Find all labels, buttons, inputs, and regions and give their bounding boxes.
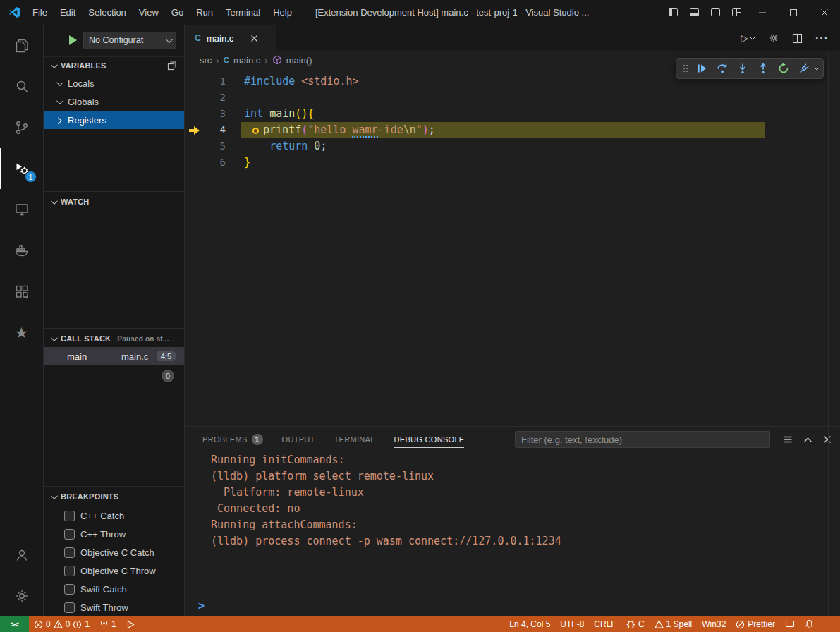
breakpoint-gutter[interactable] <box>185 106 205 122</box>
checkbox-icon[interactable] <box>64 584 75 595</box>
screen-icon[interactable] <box>780 616 800 632</box>
checkbox-icon[interactable] <box>64 511 75 521</box>
accounts-icon[interactable] <box>0 535 43 576</box>
breadcrumb-folder[interactable]: src <box>200 55 212 66</box>
language-mode[interactable]: {}C <box>621 616 650 632</box>
variables-section-header[interactable]: VARIABLES <box>44 57 184 74</box>
menu-go[interactable]: Go <box>165 0 190 25</box>
extensions-icon[interactable] <box>0 271 43 312</box>
breakpoint-gutter[interactable] <box>185 138 205 154</box>
search-icon[interactable] <box>0 66 43 107</box>
watch-section-header[interactable]: WATCH <box>44 193 184 210</box>
source-control-icon[interactable] <box>0 107 43 148</box>
customize-layout-icon[interactable] <box>726 0 747 25</box>
remote-explorer-icon[interactable] <box>0 189 43 230</box>
notifications-bell-icon[interactable] <box>800 616 819 632</box>
tab-output[interactable]: OUTPUT <box>282 435 315 444</box>
toggle-panel-icon[interactable] <box>683 0 705 25</box>
remote-indicator[interactable]: >< <box>0 616 29 632</box>
tab-problems[interactable]: PROBLEMS1 <box>202 434 263 445</box>
menu-selection[interactable]: Selection <box>82 0 132 25</box>
run-file-icon[interactable]: ▷ <box>741 32 755 44</box>
checkbox-icon[interactable] <box>64 566 75 576</box>
breadcrumb-symbol[interactable]: main() <box>286 55 312 66</box>
toggle-sidebar-icon[interactable] <box>662 0 683 25</box>
close-button[interactable] <box>809 0 840 25</box>
more-actions-icon[interactable]: ··· <box>815 32 829 44</box>
step-out-button[interactable] <box>753 59 773 78</box>
warning-icon <box>655 620 664 628</box>
breakpoint-cpp-throw[interactable]: C++ Throw <box>44 525 184 543</box>
activity-bar: 1 ★ <box>0 25 44 616</box>
menu-terminal[interactable]: Terminal <box>219 0 267 25</box>
split-editor-icon[interactable] <box>792 33 803 44</box>
code-line-5[interactable]: 5 return 0; <box>185 138 828 154</box>
step-into-button[interactable] <box>732 59 753 78</box>
spell-checker-status[interactable]: 1 Spell <box>650 616 698 632</box>
menu-edit[interactable]: Edit <box>54 0 82 25</box>
tab-main-c[interactable]: C main.c <box>185 25 276 51</box>
menu-file[interactable]: File <box>26 0 54 25</box>
breakpoint-gutter[interactable] <box>185 90 205 106</box>
tab-debug-console[interactable]: DEBUG CONSOLE <box>394 435 465 444</box>
debug-status-icon[interactable] <box>121 616 140 632</box>
breakpoint-gutter[interactable] <box>185 154 205 171</box>
continue-button[interactable] <box>691 59 712 78</box>
favorites-star-icon[interactable]: ★ <box>0 312 43 353</box>
explorer-icon[interactable] <box>0 25 43 66</box>
step-over-button[interactable] <box>712 59 732 78</box>
breakpoint-cpp-catch[interactable]: C++ Catch <box>44 506 184 525</box>
checkbox-icon[interactable] <box>64 547 75 558</box>
ports-status[interactable]: 1 <box>95 616 121 632</box>
breadcrumb-file[interactable]: main.c <box>233 55 260 66</box>
run-debug-icon[interactable]: 1 <box>0 148 43 189</box>
breakpoints-section-header[interactable]: BREAKPOINTS <box>44 488 184 505</box>
checkbox-icon[interactable] <box>64 602 75 613</box>
console-prompt[interactable]: > <box>198 600 205 612</box>
tab-terminal[interactable]: TERMINAL <box>334 435 375 444</box>
variables-item-locals[interactable]: Locals <box>44 74 184 92</box>
code-line-6[interactable]: 6} <box>185 154 828 171</box>
close-tab-icon[interactable] <box>250 35 258 42</box>
maximize-panel-icon[interactable] <box>803 437 812 443</box>
cursor-position[interactable]: Ln 4, Col 5 <box>504 616 555 632</box>
maximize-button[interactable] <box>778 0 809 25</box>
problems-status[interactable]: 0 0 1 <box>29 616 95 632</box>
restart-button[interactable] <box>773 59 793 78</box>
collapse-all-icon[interactable] <box>167 61 177 71</box>
call-stack-frame[interactable]: main main.c 4:5 <box>44 347 184 365</box>
code-line-4[interactable]: 4 printf("hello wamr-ide\n"); <box>185 122 828 138</box>
breakpoint-swift-catch[interactable]: Swift Catch <box>44 580 184 598</box>
variables-item-registers[interactable]: Registers <box>44 111 184 129</box>
toggle-secondary-sidebar-icon[interactable] <box>705 0 726 25</box>
breakpoint-swift-throw[interactable]: Swift Throw <box>44 598 184 616</box>
debug-config-dropdown[interactable]: No Configurat <box>83 32 176 49</box>
close-panel-icon[interactable] <box>823 435 832 444</box>
encoding-status[interactable]: UTF-8 <box>555 616 589 632</box>
start-debugging-icon[interactable] <box>69 35 77 45</box>
gear-icon[interactable] <box>768 32 779 44</box>
panel-actions-icon[interactable] <box>783 435 793 444</box>
console-filter-input[interactable] <box>515 431 770 448</box>
code-line-3[interactable]: 3int main(){ <box>185 106 828 122</box>
menu-view[interactable]: View <box>133 0 165 25</box>
breakpoint-gutter[interactable] <box>185 73 205 90</box>
drag-handle-icon[interactable] <box>680 63 691 74</box>
platform-status[interactable]: Win32 <box>697 616 731 632</box>
minimize-button[interactable] <box>747 0 778 25</box>
breakpoint-objc-throw[interactable]: Objective C Throw <box>44 561 184 580</box>
settings-gear-icon[interactable] <box>0 576 43 616</box>
current-line-gutter[interactable] <box>185 122 205 138</box>
disconnect-button[interactable] <box>793 59 814 78</box>
formatter-status[interactable]: Prettier <box>731 616 780 632</box>
chevron-down-icon[interactable] <box>814 67 820 71</box>
breakpoint-objc-catch[interactable]: Objective C Catch <box>44 543 184 561</box>
checkbox-icon[interactable] <box>64 529 75 540</box>
variables-item-globals[interactable]: Globals <box>44 92 184 111</box>
call-stack-section-header[interactable]: CALL STACK Paused on st... <box>44 330 184 347</box>
menu-run[interactable]: Run <box>190 0 219 25</box>
eol-status[interactable]: CRLF <box>589 616 621 632</box>
docker-icon[interactable] <box>0 230 43 271</box>
code-line-2[interactable]: 2 <box>185 90 828 106</box>
menu-help[interactable]: Help <box>267 0 298 25</box>
